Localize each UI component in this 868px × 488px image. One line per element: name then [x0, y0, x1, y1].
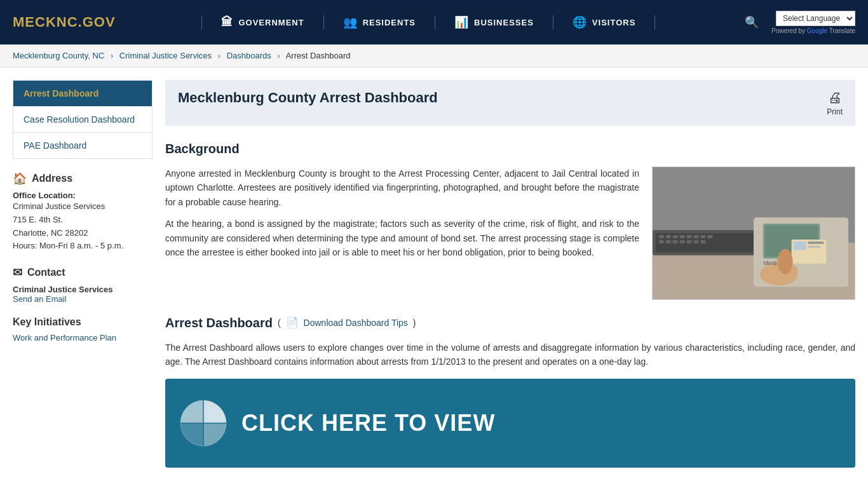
language-wrapper: Select Language Powered by Google Transl… — [771, 11, 855, 34]
background-image: Identi — [652, 166, 855, 300]
breadcrumb-separator-1: › — [111, 51, 113, 60]
background-para-2: At the hearing, a bond is assigned by th… — [165, 217, 639, 259]
site-header: MECKNC.GOV 🏛 GOVERNMENT 👥 RESIDENTS 📊 BU… — [0, 0, 868, 44]
sidebar-contact-section: ✉ Contact Criminal Justice Services Send… — [13, 266, 153, 304]
main-nav: 🏛 GOVERNMENT 👥 RESIDENTS 📊 BUSINESSES 🌐 … — [116, 15, 742, 29]
nav-government[interactable]: 🏛 GOVERNMENT — [201, 15, 323, 29]
pdf-icon: 📄 — [286, 315, 299, 331]
sidebar-address-line-2: 715 E. 4th St. — [13, 214, 153, 227]
svg-rect-6 — [673, 235, 678, 238]
nav-businesses-label: BUSINESSES — [474, 18, 534, 27]
sidebar-nav: Arrest Dashboard Case Resolution Dashboa… — [13, 80, 153, 159]
link-post: ) — [413, 316, 416, 330]
link-pre: ( — [278, 316, 281, 330]
nav-residents[interactable]: 👥 RESIDENTS — [324, 15, 435, 29]
dashboard-link-line: Arrest Dashboard ( 📄 Download Dashboard … — [165, 313, 855, 333]
nav-residents-label: RESIDENTS — [363, 18, 416, 27]
arrest-dashboard-text: The Arrest Dashboard allows users to exp… — [165, 341, 855, 369]
svg-rect-12 — [659, 240, 664, 243]
breadcrumb-dashboards[interactable]: Dashboards — [227, 51, 271, 60]
svg-rect-7 — [680, 235, 685, 238]
sidebar-address-hours: Hours: Mon-Fri 8 a.m. - 5 p.m. — [13, 240, 153, 253]
svg-rect-24 — [808, 241, 824, 244]
svg-rect-13 — [666, 240, 671, 243]
svg-point-28 — [778, 249, 793, 274]
svg-rect-18 — [701, 240, 706, 243]
sidebar-info: 🏠 Address Office Location: Criminal Just… — [13, 172, 153, 342]
svg-rect-14 — [673, 240, 678, 243]
home-icon: 🏠 — [13, 172, 27, 186]
svg-rect-9 — [694, 235, 699, 238]
svg-rect-16 — [687, 240, 692, 243]
sidebar-address-title: 🏠 Address — [13, 172, 153, 186]
logo-ncgov: NC.GOV — [57, 14, 116, 30]
sidebar-address-line-1: Criminal Justice Services — [13, 200, 153, 214]
svg-rect-25 — [808, 246, 820, 248]
nav-visitors-label: VISITORS — [592, 18, 635, 27]
sidebar-contact-title: ✉ Contact — [13, 266, 153, 280]
government-icon: 🏛 — [221, 16, 233, 29]
banner-text: Click here to view — [241, 405, 495, 442]
sidebar-send-email[interactable]: Send an Email — [13, 294, 67, 304]
background-para-1: Anyone arrested in Mecklenburg County is… — [165, 166, 639, 209]
svg-rect-15 — [680, 240, 685, 243]
main-content: Mecklenburg County Arrest Dashboard 🖨 Pr… — [165, 80, 855, 468]
page-title: Mecklenburg County Arrest Dashboard — [178, 90, 438, 106]
sidebar-office-label: Office Location: — [13, 191, 153, 200]
svg-rect-11 — [707, 235, 712, 238]
print-button[interactable]: 🖨 Print — [827, 90, 843, 116]
breadcrumb-separator-3: › — [277, 51, 280, 60]
sidebar-address-line-3: Charlotte, NC 28202 — [13, 227, 153, 240]
fingerprint-image-svg: Identi — [653, 166, 855, 300]
breadcrumb-separator-2: › — [218, 51, 220, 60]
powered-by-text: Powered by Google Translate — [771, 27, 855, 34]
background-section: Anyone arrested in Mecklenburg County is… — [165, 166, 855, 300]
sidebar-item-case-resolution[interactable]: Case Resolution Dashboard — [13, 107, 152, 133]
sidebar-item-arrest-dashboard[interactable]: Arrest Dashboard — [13, 81, 152, 107]
svg-rect-8 — [687, 235, 692, 238]
search-button[interactable]: 🔍 — [742, 12, 762, 32]
content-body: Background Anyone arrested in Mecklenbur… — [165, 139, 855, 468]
sidebar-address-section: 🏠 Address Office Location: Criminal Just… — [13, 172, 153, 253]
printer-icon: 🖨 — [828, 90, 842, 106]
svg-rect-5 — [666, 235, 671, 238]
svg-rect-23 — [794, 241, 806, 250]
sidebar: Arrest Dashboard Case Resolution Dashboa… — [13, 80, 153, 468]
svg-rect-10 — [701, 235, 706, 238]
visitors-icon: 🌐 — [573, 15, 587, 29]
envelope-icon: ✉ — [13, 266, 22, 280]
breadcrumb: Mecklenburg County, NC › Criminal Justic… — [0, 44, 868, 67]
breadcrumb-home[interactable]: Mecklenburg County, NC — [13, 51, 104, 60]
google-text: Google — [807, 27, 827, 34]
header-right: 🔍 Select Language Powered by Google Tran… — [742, 11, 855, 34]
svg-rect-17 — [694, 240, 699, 243]
background-heading: Background — [165, 139, 855, 159]
pie-chart-icon — [178, 398, 229, 449]
pie-chart-svg — [178, 398, 229, 449]
svg-text:Identi: Identi — [763, 260, 777, 266]
download-dashboard-tips-link[interactable]: Download Dashboard Tips — [304, 316, 408, 330]
breadcrumb-current: Arrest Dashboard — [286, 51, 351, 60]
logo-meck: MECK — [13, 14, 57, 30]
content-header: Mecklenburg County Arrest Dashboard 🖨 Pr… — [165, 80, 855, 126]
residents-icon: 👥 — [343, 15, 358, 29]
sidebar-key-initiatives: Key Initiatives Work and Performance Pla… — [13, 316, 153, 342]
language-select[interactable]: Select Language — [776, 11, 855, 26]
breadcrumb-criminal-justice[interactable]: Criminal Justice Services — [119, 51, 212, 60]
nav-visitors[interactable]: 🌐 VISITORS — [553, 15, 655, 29]
businesses-icon: 📊 — [454, 15, 469, 29]
sidebar-key-initiatives-title: Key Initiatives — [13, 316, 153, 328]
nav-businesses[interactable]: 📊 BUSINESSES — [435, 15, 553, 29]
sidebar-work-performance-link[interactable]: Work and Performance Plan — [13, 333, 116, 342]
arrest-dashboard-section: Arrest Dashboard ( 📄 Download Dashboard … — [165, 313, 855, 468]
print-label: Print — [827, 107, 843, 116]
svg-rect-4 — [659, 235, 664, 238]
sidebar-item-pae-dashboard[interactable]: PAE Dashboard — [13, 133, 152, 158]
background-text: Anyone arrested in Mecklenburg County is… — [165, 166, 639, 300]
arrest-dashboard-heading: Arrest Dashboard — [165, 313, 273, 333]
site-logo[interactable]: MECKNC.GOV — [13, 14, 116, 30]
main-container: Arrest Dashboard Case Resolution Dashboa… — [0, 67, 868, 480]
sidebar-contact-org: Criminal Justice Services — [13, 285, 153, 294]
nav-government-label: GOVERNMENT — [238, 18, 304, 27]
click-here-banner[interactable]: Click here to view — [165, 379, 855, 468]
